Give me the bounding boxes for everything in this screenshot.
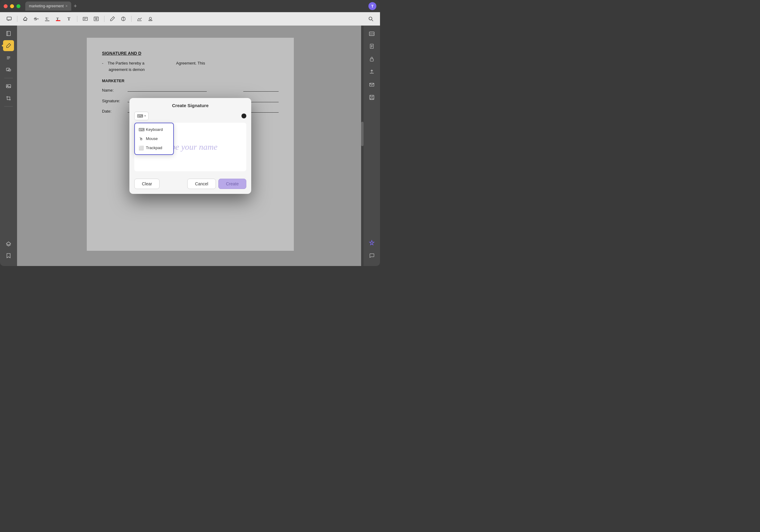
divider-2 xyxy=(77,16,77,22)
create-button[interactable]: Create xyxy=(218,179,246,189)
dropdown-item-trackpad[interactable]: ⬜ Trackpad xyxy=(135,143,173,153)
sidebar-divider-1 xyxy=(4,78,13,78)
svg-text:T: T xyxy=(68,17,71,21)
sidebar-item-list[interactable] xyxy=(3,52,14,63)
keyboard-icon: ⌨ xyxy=(137,113,143,118)
create-signature-dialog: Create Signature ⌨ ▾ ⌨ Keyboard xyxy=(129,98,251,194)
trackpad-menu-icon: ⬜ xyxy=(139,146,143,150)
signature-icon[interactable] xyxy=(135,15,144,23)
mouse-label: Mouse xyxy=(146,136,158,141)
mail-icon[interactable] xyxy=(366,79,377,90)
strikethrough-icon[interactable]: S xyxy=(32,15,40,23)
divider-3 xyxy=(104,16,105,22)
new-tab-button[interactable]: + xyxy=(74,3,77,9)
save-icon[interactable] xyxy=(366,92,377,103)
underline-icon[interactable]: U xyxy=(43,15,51,23)
trackpad-label: Trackpad xyxy=(146,146,162,150)
search-icon[interactable] xyxy=(367,15,375,23)
dialog-buttons: Clear Cancel Create xyxy=(129,175,251,194)
export-icon[interactable] xyxy=(366,66,377,77)
clear-button[interactable]: Clear xyxy=(134,179,160,189)
divider-4 xyxy=(131,16,131,22)
bold-icon[interactable]: T xyxy=(65,15,73,23)
active-tab[interactable]: marketing-agreement × xyxy=(25,2,71,11)
chevron-down-icon: ▾ xyxy=(144,114,146,117)
traffic-lights xyxy=(4,4,21,8)
color-picker-dot[interactable] xyxy=(241,113,246,118)
sidebar-divider-2 xyxy=(4,106,13,107)
close-button[interactable] xyxy=(4,4,8,8)
text-box-icon[interactable] xyxy=(81,15,89,23)
sparkle-icon[interactable] xyxy=(366,238,377,248)
pen-icon[interactable] xyxy=(108,15,117,23)
dropdown-item-mouse[interactable]: 🖱 Mouse xyxy=(135,134,173,143)
sidebar-item-book[interactable] xyxy=(3,28,14,39)
stamp-icon[interactable] xyxy=(146,15,155,23)
svg-text:U: U xyxy=(46,17,48,21)
svg-rect-41 xyxy=(370,98,373,100)
modal-overlay: Create Signature ⌨ ▾ ⌨ Keyboard xyxy=(17,25,363,266)
mouse-menu-icon: 🖱 xyxy=(139,136,143,141)
chat-icon[interactable] xyxy=(366,250,377,261)
avatar[interactable]: T xyxy=(368,2,376,10)
svg-text:OCR: OCR xyxy=(370,33,374,35)
sidebar-item-edit[interactable] xyxy=(3,40,14,51)
input-type-dropdown: ⌨ Keyboard 🖱 Mouse ⬜ Trackpad xyxy=(134,123,174,155)
dialog-title: Create Signature xyxy=(129,98,251,112)
dropdown-item-keyboard[interactable]: ⌨ Keyboard xyxy=(135,125,173,134)
toolbar: S U T T xyxy=(0,12,380,25)
ocr-icon[interactable]: OCR xyxy=(366,28,377,39)
sidebar-item-crop[interactable] xyxy=(3,93,14,104)
comment-icon[interactable] xyxy=(5,15,13,23)
svg-rect-0 xyxy=(7,17,11,20)
sidebar-item-image[interactable] xyxy=(3,81,14,92)
sidebar-item-comments[interactable] xyxy=(3,65,14,75)
titlebar: marketing-agreement × + T xyxy=(0,0,380,12)
highlight-icon[interactable] xyxy=(21,15,29,23)
keyboard-menu-icon: ⌨ xyxy=(139,127,143,132)
shape-icon[interactable] xyxy=(119,15,127,23)
svg-rect-7 xyxy=(56,21,60,21)
sidebar-item-bookmark[interactable] xyxy=(3,250,14,261)
list-icon[interactable] xyxy=(92,15,101,23)
lock-doc-icon[interactable] xyxy=(366,54,377,65)
right-sidebar: OCR xyxy=(363,25,380,266)
svg-rect-9 xyxy=(83,17,87,21)
tab-close-icon[interactable]: × xyxy=(66,4,68,8)
tab-name: marketing-agreement xyxy=(29,4,64,8)
tab-bar: marketing-agreement × + xyxy=(25,2,77,11)
sidebar-item-layers[interactable] xyxy=(3,238,14,249)
keyboard-label: Keyboard xyxy=(146,127,163,132)
maximize-button[interactable] xyxy=(17,4,21,8)
minimize-button[interactable] xyxy=(10,4,14,8)
svg-rect-38 xyxy=(370,59,374,61)
svg-rect-20 xyxy=(149,20,152,21)
svg-point-21 xyxy=(369,17,372,20)
svg-rect-23 xyxy=(7,31,11,36)
svg-line-22 xyxy=(372,20,373,21)
svg-rect-30 xyxy=(6,85,11,88)
text-color-icon[interactable]: T xyxy=(54,15,63,23)
document-icon[interactable] xyxy=(366,41,377,52)
left-sidebar xyxy=(0,25,17,266)
svg-point-19 xyxy=(149,17,151,20)
input-type-selector[interactable]: ⌨ ▾ xyxy=(134,112,149,120)
document-area: SIGNATURE AND D - The Parties hereby a A… xyxy=(17,25,363,266)
cancel-button[interactable]: Cancel xyxy=(187,179,216,189)
input-type-row: ⌨ ▾ ⌨ Keyboard 🖱 xyxy=(129,112,251,123)
